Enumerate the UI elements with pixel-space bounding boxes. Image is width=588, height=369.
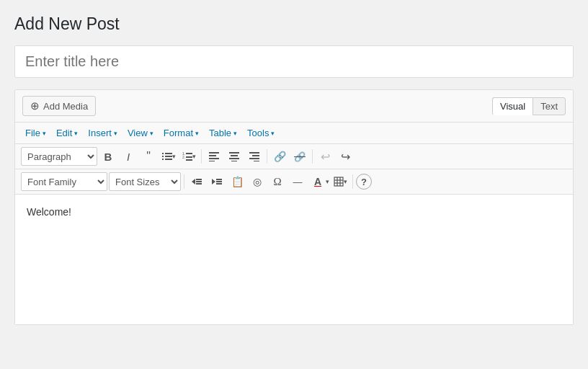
tab-text[interactable]: Text — [533, 97, 566, 115]
divider-5 — [352, 174, 353, 189]
menu-tools[interactable]: Tools ▾ — [243, 125, 279, 141]
table-insert-button[interactable]: ▾ — [331, 172, 349, 191]
menu-edit[interactable]: Edit ▾ — [52, 125, 82, 141]
align-center-button[interactable] — [225, 147, 244, 166]
svg-rect-26 — [196, 183, 202, 184]
help-button[interactable]: ? — [356, 174, 372, 190]
svg-rect-13 — [209, 158, 219, 159]
svg-rect-17 — [229, 158, 239, 159]
divider-2 — [267, 149, 267, 164]
svg-rect-16 — [231, 155, 238, 156]
svg-rect-25 — [196, 181, 202, 182]
file-arrow-icon: ▾ — [43, 130, 46, 137]
menu-bar: File ▾ Edit ▾ Insert ▾ View ▾ Format ▾ T… — [15, 123, 573, 144]
add-media-label: Add Media — [43, 101, 88, 112]
divider-3 — [312, 149, 313, 164]
edit-arrow-icon: ▾ — [74, 130, 78, 137]
svg-rect-14 — [209, 161, 215, 161]
blockquote-button[interactable]: " — [139, 147, 158, 166]
menu-insert[interactable]: Insert ▾ — [84, 125, 122, 141]
menu-view[interactable]: View ▾ — [123, 125, 158, 141]
svg-rect-2 — [162, 156, 164, 157]
page-title: Add New Post — [14, 14, 574, 34]
tools-arrow-icon: ▾ — [271, 130, 275, 137]
font-family-select[interactable]: Font Family — [21, 172, 107, 191]
menu-table[interactable]: Table ▾ — [205, 125, 241, 141]
add-media-button[interactable]: ⊕ Add Media — [22, 96, 96, 116]
svg-rect-12 — [209, 155, 216, 156]
view-arrow-icon: ▾ — [150, 130, 153, 137]
insert-arrow-icon: ▾ — [114, 130, 117, 137]
divider-4 — [184, 174, 184, 189]
svg-rect-18 — [231, 161, 237, 161]
tab-visual[interactable]: Visual — [492, 97, 533, 115]
ul-button[interactable]: ▾ — [159, 147, 178, 166]
svg-rect-19 — [249, 152, 259, 154]
paste-word-button[interactable]: 📋 — [228, 172, 246, 191]
font-color-button[interactable]: A — [308, 172, 327, 191]
post-title-input[interactable] — [14, 45, 574, 78]
svg-marker-23 — [192, 179, 195, 184]
align-left-button[interactable] — [205, 147, 223, 166]
indent-button[interactable] — [208, 172, 226, 191]
add-media-icon: ⊕ — [30, 99, 40, 112]
italic-button[interactable]: I — [119, 147, 138, 166]
svg-rect-21 — [249, 158, 259, 159]
unlink-button[interactable]: 🔗 — [290, 147, 309, 166]
table-arrow-icon: ▾ — [233, 130, 237, 137]
redo-button[interactable]: ↪ — [336, 147, 355, 166]
svg-rect-20 — [252, 155, 259, 156]
svg-text:2.: 2. — [182, 155, 185, 159]
editor-content[interactable]: Welcome! — [15, 195, 573, 324]
bold-button[interactable]: B — [99, 147, 117, 166]
svg-rect-7 — [186, 153, 192, 154]
ol-button[interactable]: 1.2. ▾ — [179, 147, 198, 166]
svg-rect-9 — [186, 156, 192, 158]
editor-container: ⊕ Add Media Visual Text File ▾ Edit ▾ In… — [14, 89, 574, 325]
svg-rect-1 — [165, 153, 172, 154]
paragraph-select[interactable]: Paragraph Heading 1 Heading 2 Heading 3 … — [21, 147, 97, 166]
divider-1 — [201, 149, 202, 164]
svg-rect-15 — [229, 152, 239, 154]
hr-button[interactable]: — — [288, 172, 307, 191]
toolbar-row-1: Paragraph Heading 1 Heading 2 Heading 3 … — [15, 144, 573, 169]
font-size-select[interactable]: Font Sizes — [109, 172, 181, 191]
editor-welcome-text: Welcome! — [27, 206, 71, 218]
menu-format[interactable]: Format ▾ — [159, 125, 203, 141]
align-right-button[interactable] — [245, 147, 264, 166]
menu-file[interactable]: File ▾ — [21, 125, 50, 141]
special-char-button[interactable]: Ω — [268, 172, 287, 191]
visual-text-tabs: Visual Text — [492, 97, 566, 115]
svg-rect-3 — [165, 156, 172, 157]
svg-rect-0 — [162, 153, 164, 154]
media-bar: ⊕ Add Media Visual Text — [15, 90, 573, 123]
svg-rect-4 — [162, 159, 164, 160]
svg-rect-5 — [165, 159, 172, 160]
svg-rect-30 — [216, 183, 222, 184]
undo-button[interactable]: ↩ — [316, 147, 334, 166]
link-button[interactable]: 🔗 — [270, 147, 289, 166]
svg-marker-27 — [212, 179, 215, 184]
svg-rect-22 — [254, 161, 259, 161]
svg-rect-11 — [209, 152, 219, 154]
toolbar-row-2: Font Family Font Sizes 📋 ◎ Ω — A ▾ ▾ ? — [15, 169, 573, 195]
font-color-arrow[interactable]: ▾ — [326, 178, 329, 185]
svg-rect-28 — [216, 179, 222, 180]
svg-rect-29 — [216, 181, 222, 182]
svg-rect-10 — [186, 159, 192, 161]
format-arrow-icon: ▾ — [195, 130, 199, 137]
clear-formatting-button[interactable]: ◎ — [248, 172, 267, 191]
svg-rect-24 — [196, 179, 202, 180]
svg-rect-31 — [334, 177, 343, 186]
outdent-button[interactable] — [187, 172, 206, 191]
